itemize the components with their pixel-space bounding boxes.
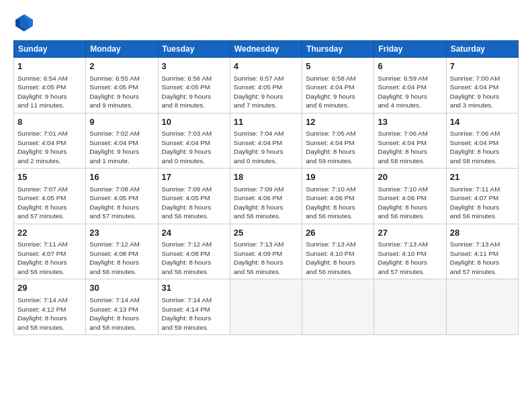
calendar-day-cell: 9Sunrise: 7:02 AM Sunset: 4:04 PM Daylig… bbox=[86, 113, 158, 169]
logo-icon bbox=[13, 12, 35, 34]
calendar-day-cell: 31Sunrise: 7:14 AM Sunset: 4:14 PM Dayli… bbox=[158, 279, 230, 335]
calendar-day-cell: 6Sunrise: 6:59 AM Sunset: 4:04 PM Daylig… bbox=[374, 58, 446, 113]
day-number: 10 bbox=[162, 116, 226, 128]
day-info: Sunrise: 7:06 AM Sunset: 4:04 PM Dayligh… bbox=[450, 129, 515, 165]
calendar-day-header: Tuesday bbox=[158, 41, 230, 58]
calendar-day-cell: 28Sunrise: 7:13 AM Sunset: 4:11 PM Dayli… bbox=[446, 224, 518, 279]
day-info: Sunrise: 7:14 AM Sunset: 4:14 PM Dayligh… bbox=[162, 295, 226, 332]
day-number: 17 bbox=[162, 171, 226, 183]
header bbox=[13, 12, 519, 34]
calendar-week-row: 8Sunrise: 7:01 AM Sunset: 4:04 PM Daylig… bbox=[14, 113, 519, 169]
day-info: Sunrise: 6:54 AM Sunset: 4:05 PM Dayligh… bbox=[17, 74, 82, 110]
day-number: 26 bbox=[306, 227, 370, 239]
day-info: Sunrise: 7:10 AM Sunset: 4:06 PM Dayligh… bbox=[306, 185, 370, 221]
day-number: 2 bbox=[89, 60, 154, 73]
day-number: 8 bbox=[17, 116, 82, 128]
calendar-day-header: Thursday bbox=[302, 41, 374, 58]
day-info: Sunrise: 7:12 AM Sunset: 4:08 PM Dayligh… bbox=[162, 240, 226, 276]
day-info: Sunrise: 7:11 AM Sunset: 4:07 PM Dayligh… bbox=[17, 240, 82, 276]
day-info: Sunrise: 6:58 AM Sunset: 4:04 PM Dayligh… bbox=[306, 74, 370, 110]
logo bbox=[13, 12, 38, 34]
day-number: 29 bbox=[17, 282, 82, 294]
day-number: 21 bbox=[450, 171, 515, 183]
calendar-table: SundayMondayTuesdayWednesdayThursdayFrid… bbox=[13, 40, 519, 335]
day-info: Sunrise: 7:05 AM Sunset: 4:04 PM Dayligh… bbox=[306, 129, 370, 165]
day-info: Sunrise: 7:01 AM Sunset: 4:04 PM Dayligh… bbox=[17, 129, 82, 165]
day-info: Sunrise: 6:57 AM Sunset: 4:05 PM Dayligh… bbox=[234, 74, 298, 110]
day-info: Sunrise: 7:07 AM Sunset: 4:05 PM Dayligh… bbox=[17, 185, 82, 221]
calendar-day-cell: 23Sunrise: 7:12 AM Sunset: 4:08 PM Dayli… bbox=[86, 224, 158, 279]
calendar-day-cell: 26Sunrise: 7:13 AM Sunset: 4:10 PM Dayli… bbox=[302, 224, 374, 279]
day-number: 9 bbox=[89, 116, 154, 128]
calendar-day-header: Monday bbox=[86, 41, 158, 58]
calendar-day-cell: 10Sunrise: 7:03 AM Sunset: 4:04 PM Dayli… bbox=[158, 113, 230, 169]
day-info: Sunrise: 7:13 AM Sunset: 4:10 PM Dayligh… bbox=[378, 240, 442, 276]
calendar-day-header: Friday bbox=[374, 41, 446, 58]
day-number: 12 bbox=[306, 116, 370, 128]
day-number: 11 bbox=[234, 116, 298, 128]
calendar-day-header: Wednesday bbox=[230, 41, 302, 58]
day-info: Sunrise: 7:10 AM Sunset: 4:06 PM Dayligh… bbox=[378, 185, 442, 221]
day-number: 31 bbox=[162, 282, 226, 294]
calendar-day-cell: 8Sunrise: 7:01 AM Sunset: 4:04 PM Daylig… bbox=[14, 113, 86, 169]
day-number: 25 bbox=[234, 227, 298, 239]
day-info: Sunrise: 7:14 AM Sunset: 4:12 PM Dayligh… bbox=[17, 295, 82, 332]
day-number: 24 bbox=[162, 227, 226, 239]
calendar-day-cell: 7Sunrise: 7:00 AM Sunset: 4:04 PM Daylig… bbox=[446, 58, 518, 113]
day-info: Sunrise: 7:09 AM Sunset: 4:05 PM Dayligh… bbox=[162, 185, 226, 221]
svg-marker-4 bbox=[15, 19, 19, 26]
calendar-day-cell: 1Sunrise: 6:54 AM Sunset: 4:05 PM Daylig… bbox=[14, 58, 86, 113]
day-number: 23 bbox=[89, 227, 154, 239]
calendar-day-cell bbox=[302, 279, 374, 335]
day-number: 19 bbox=[306, 171, 370, 183]
day-number: 1 bbox=[17, 60, 82, 73]
calendar-day-cell: 14Sunrise: 7:06 AM Sunset: 4:04 PM Dayli… bbox=[446, 113, 518, 169]
day-info: Sunrise: 7:04 AM Sunset: 4:04 PM Dayligh… bbox=[234, 129, 298, 165]
day-number: 7 bbox=[450, 60, 515, 73]
calendar-day-header: Sunday bbox=[14, 41, 86, 58]
calendar-day-cell: 17Sunrise: 7:09 AM Sunset: 4:05 PM Dayli… bbox=[158, 169, 230, 224]
day-number: 18 bbox=[234, 171, 298, 183]
calendar-week-row: 22Sunrise: 7:11 AM Sunset: 4:07 PM Dayli… bbox=[14, 224, 519, 279]
day-info: Sunrise: 6:59 AM Sunset: 4:04 PM Dayligh… bbox=[378, 74, 442, 110]
day-info: Sunrise: 6:56 AM Sunset: 4:05 PM Dayligh… bbox=[162, 74, 226, 110]
day-number: 30 bbox=[89, 282, 154, 294]
day-number: 28 bbox=[450, 227, 515, 239]
calendar-day-cell: 2Sunrise: 6:55 AM Sunset: 4:05 PM Daylig… bbox=[86, 58, 158, 113]
day-info: Sunrise: 7:13 AM Sunset: 4:10 PM Dayligh… bbox=[306, 240, 370, 276]
calendar-day-cell: 22Sunrise: 7:11 AM Sunset: 4:07 PM Dayli… bbox=[14, 224, 86, 279]
day-info: Sunrise: 7:13 AM Sunset: 4:09 PM Dayligh… bbox=[234, 240, 298, 276]
calendar-header-row: SundayMondayTuesdayWednesdayThursdayFrid… bbox=[14, 41, 519, 58]
day-number: 15 bbox=[17, 171, 82, 183]
day-info: Sunrise: 6:55 AM Sunset: 4:05 PM Dayligh… bbox=[89, 74, 154, 110]
day-info: Sunrise: 7:06 AM Sunset: 4:04 PM Dayligh… bbox=[378, 129, 442, 165]
day-number: 20 bbox=[378, 171, 442, 183]
svg-marker-3 bbox=[28, 19, 32, 26]
calendar-day-cell bbox=[230, 279, 302, 335]
day-info: Sunrise: 7:00 AM Sunset: 4:04 PM Dayligh… bbox=[450, 74, 515, 110]
day-info: Sunrise: 7:09 AM Sunset: 4:06 PM Dayligh… bbox=[234, 185, 298, 221]
day-number: 4 bbox=[234, 60, 298, 73]
page: SundayMondayTuesdayWednesdayThursdayFrid… bbox=[0, 0, 532, 411]
calendar-day-cell bbox=[374, 279, 446, 335]
day-number: 14 bbox=[450, 116, 515, 128]
calendar-day-cell: 24Sunrise: 7:12 AM Sunset: 4:08 PM Dayli… bbox=[158, 224, 230, 279]
calendar-day-cell: 3Sunrise: 6:56 AM Sunset: 4:05 PM Daylig… bbox=[158, 58, 230, 113]
day-info: Sunrise: 7:12 AM Sunset: 4:08 PM Dayligh… bbox=[89, 240, 154, 276]
day-number: 22 bbox=[17, 227, 82, 239]
calendar-day-cell: 25Sunrise: 7:13 AM Sunset: 4:09 PM Dayli… bbox=[230, 224, 302, 279]
calendar-day-cell: 4Sunrise: 6:57 AM Sunset: 4:05 PM Daylig… bbox=[230, 58, 302, 113]
calendar-day-cell: 12Sunrise: 7:05 AM Sunset: 4:04 PM Dayli… bbox=[302, 113, 374, 169]
day-number: 27 bbox=[378, 227, 442, 239]
calendar-day-cell: 15Sunrise: 7:07 AM Sunset: 4:05 PM Dayli… bbox=[14, 169, 86, 224]
calendar-day-cell: 19Sunrise: 7:10 AM Sunset: 4:06 PM Dayli… bbox=[302, 169, 374, 224]
day-info: Sunrise: 7:08 AM Sunset: 4:05 PM Dayligh… bbox=[89, 185, 154, 221]
day-info: Sunrise: 7:14 AM Sunset: 4:13 PM Dayligh… bbox=[89, 295, 154, 332]
day-info: Sunrise: 7:02 AM Sunset: 4:04 PM Dayligh… bbox=[89, 129, 154, 165]
calendar-day-cell: 5Sunrise: 6:58 AM Sunset: 4:04 PM Daylig… bbox=[302, 58, 374, 113]
calendar-day-cell: 18Sunrise: 7:09 AM Sunset: 4:06 PM Dayli… bbox=[230, 169, 302, 224]
calendar-week-row: 1Sunrise: 6:54 AM Sunset: 4:05 PM Daylig… bbox=[14, 58, 519, 113]
calendar-day-cell: 13Sunrise: 7:06 AM Sunset: 4:04 PM Dayli… bbox=[374, 113, 446, 169]
day-number: 5 bbox=[306, 60, 370, 73]
calendar-day-cell: 20Sunrise: 7:10 AM Sunset: 4:06 PM Dayli… bbox=[374, 169, 446, 224]
